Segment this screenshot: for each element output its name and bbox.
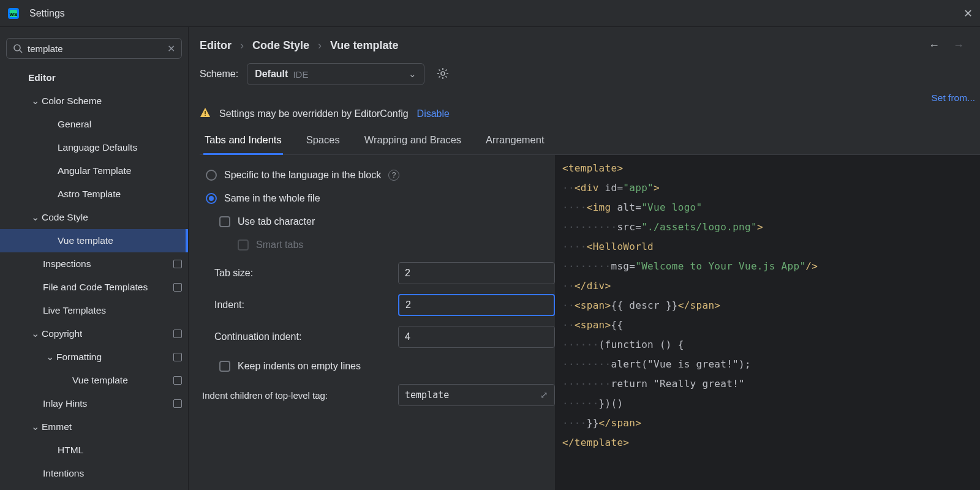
tree-node-intentions[interactable]: Intentions xyxy=(0,462,188,485)
svg-rect-14 xyxy=(205,111,206,114)
tree-node-editor[interactable]: Editor xyxy=(0,66,188,89)
tab-size-input[interactable] xyxy=(398,262,555,284)
radio-whole-file[interactable] xyxy=(206,193,217,204)
smart-tabs-label: Smart tabs xyxy=(256,239,303,251)
svg-line-4 xyxy=(20,50,22,53)
help-icon[interactable]: ? xyxy=(388,170,399,181)
chevron-down-icon: ⌄ xyxy=(28,212,42,223)
chevron-right-icon: › xyxy=(318,39,322,52)
warning-text: Settings may be overridden by EditorConf… xyxy=(219,108,409,119)
project-badge-icon xyxy=(173,260,182,268)
search-input[interactable] xyxy=(28,43,167,54)
breadcrumb-vue-template: Vue template xyxy=(330,39,398,52)
nav-back-icon[interactable]: ← xyxy=(929,39,940,52)
chevron-down-icon: ⌄ xyxy=(43,352,56,363)
checkbox-keep-indents-empty[interactable] xyxy=(219,361,230,372)
chevron-down-icon: ⌄ xyxy=(28,328,42,339)
radio-specific-language[interactable] xyxy=(206,170,217,181)
tree-node-copyright[interactable]: ⌄Copyright xyxy=(0,322,188,345)
search-icon xyxy=(13,43,23,53)
checkbox-smart-tabs xyxy=(238,239,249,251)
close-icon[interactable]: ✕ xyxy=(963,7,973,20)
continuation-indent-input[interactable] xyxy=(398,326,555,348)
project-badge-icon xyxy=(173,283,182,292)
scheme-scope: IDE xyxy=(293,69,308,80)
tree-node-vue-template[interactable]: Vue template xyxy=(0,229,188,252)
keep-indents-empty-label: Keep indents on empty lines xyxy=(238,361,361,372)
chevron-down-icon: ⌄ xyxy=(409,69,417,80)
top-level-tag-value: template xyxy=(405,390,449,401)
svg-rect-15 xyxy=(205,115,206,116)
title-bar: WS Settings ✕ xyxy=(0,0,980,27)
settings-tree: Editor ⌄Color Scheme General Language De… xyxy=(0,66,188,485)
tree-node-live-templates[interactable]: Live Templates xyxy=(0,299,188,322)
indent-input[interactable] xyxy=(398,294,555,316)
top-level-tag-label: Indent children of top-level tag: xyxy=(202,390,328,401)
radio-whole-label: Same in the whole file xyxy=(224,193,320,204)
tree-node-cs-general[interactable]: General xyxy=(0,113,188,136)
svg-line-13 xyxy=(446,69,447,70)
scheme-select[interactable]: Default IDE ⌄ xyxy=(247,63,424,85)
tree-node-emmet-html[interactable]: HTML xyxy=(0,439,188,462)
tab-spaces[interactable]: Spaces xyxy=(305,129,341,154)
tree-node-emmet[interactable]: ⌄Emmet xyxy=(0,415,188,439)
chevron-down-icon: ⌄ xyxy=(28,421,42,432)
project-badge-icon xyxy=(173,376,182,385)
tab-arrangement[interactable]: Arrangement xyxy=(484,129,545,154)
app-icon: WS xyxy=(7,7,20,20)
gear-icon[interactable] xyxy=(437,67,449,81)
use-tab-label: Use tab character xyxy=(238,216,315,227)
indent-settings-form: Specific to the language in the block ? … xyxy=(200,155,555,490)
tree-node-code-style[interactable]: ⌄Code Style xyxy=(0,206,188,229)
tree-node-inlay-hints[interactable]: Inlay Hints xyxy=(0,392,188,415)
chevron-right-icon: › xyxy=(240,39,244,52)
project-badge-icon xyxy=(173,353,182,361)
svg-text:WS: WS xyxy=(10,12,18,17)
radio-specific-label: Specific to the language in the block xyxy=(224,170,381,181)
main-panel: Editor › Code Style › Vue template ← → S… xyxy=(189,27,980,490)
breadcrumb-editor[interactable]: Editor xyxy=(200,39,232,52)
tree-node-formatting[interactable]: ⌄Formatting xyxy=(0,345,188,369)
continuation-indent-label: Continuation indent: xyxy=(214,331,301,342)
scheme-label: Scheme: xyxy=(200,69,238,80)
breadcrumb: Editor › Code Style › Vue template ← → xyxy=(200,39,980,63)
code-preview: <template> ··<div id="app"> ····<img alt… xyxy=(555,155,980,490)
expand-icon[interactable]: ⤢ xyxy=(540,390,548,401)
project-badge-icon xyxy=(173,399,182,408)
tab-wrapping[interactable]: Wrapping and Braces xyxy=(363,129,462,154)
disable-link[interactable]: Disable xyxy=(417,108,450,119)
warning-icon xyxy=(200,107,211,121)
settings-tree-panel: ✕ Editor ⌄Color Scheme General Language … xyxy=(0,27,189,490)
breadcrumb-code-style[interactable]: Code Style xyxy=(252,39,309,52)
tree-node-cs-lang-defaults[interactable]: Language Defaults xyxy=(0,136,188,159)
svg-point-5 xyxy=(441,72,445,75)
svg-line-11 xyxy=(446,76,447,77)
nav-forward-icon: → xyxy=(953,39,964,52)
tree-node-file-code-templates[interactable]: File and Code Templates xyxy=(0,276,188,299)
scheme-value: Default xyxy=(255,69,288,80)
tab-bar: Tabs and Indents Spaces Wrapping and Bra… xyxy=(200,129,980,155)
set-from-link[interactable]: Set from... xyxy=(200,92,980,104)
indent-label: Indent: xyxy=(214,300,244,311)
tree-node-cs-astro[interactable]: Astro Template xyxy=(0,183,188,206)
tree-node-color-scheme[interactable]: ⌄Color Scheme xyxy=(0,89,188,113)
tree-node-formatting-vue[interactable]: Vue template xyxy=(0,369,188,392)
chevron-down-icon: ⌄ xyxy=(28,96,42,107)
tab-size-label: Tab size: xyxy=(214,268,253,279)
project-badge-icon xyxy=(173,330,182,338)
clear-search-icon[interactable]: ✕ xyxy=(167,43,175,55)
window-title: Settings xyxy=(29,8,65,19)
tree-node-inspections[interactable]: Inspections xyxy=(0,252,188,276)
svg-line-12 xyxy=(439,76,440,77)
checkbox-use-tab[interactable] xyxy=(219,216,230,227)
tree-node-cs-angular[interactable]: Angular Template xyxy=(0,159,188,183)
svg-point-3 xyxy=(14,45,20,51)
search-input-wrap[interactable]: ✕ xyxy=(6,38,182,59)
svg-line-10 xyxy=(439,69,440,70)
top-level-tag-input[interactable]: template ⤢ xyxy=(398,384,555,406)
tab-tabs-indents[interactable]: Tabs and Indents xyxy=(203,129,283,155)
